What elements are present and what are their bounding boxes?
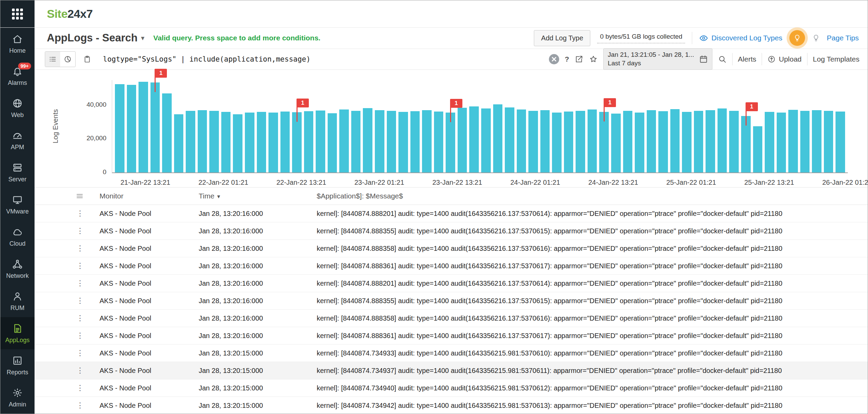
chart-bar[interactable] [162,93,172,172]
chart-bar[interactable] [588,109,597,172]
sidebar-item-home[interactable]: Home [0,28,35,60]
table-row[interactable]: AKS - Node PoolJan 28, 13:20:15:000kerne… [35,362,868,379]
log-templates-button[interactable]: Log Templates [813,55,859,63]
chart-bar[interactable] [611,114,621,172]
upload-button[interactable]: Upload [767,55,802,63]
kebab-menu-icon[interactable] [76,209,84,218]
chart-bar[interactable] [552,113,562,172]
chart-bar[interactable] [174,114,184,172]
chart-bar[interactable] [682,112,692,172]
discovered-log-types-link[interactable]: Discovered Log Types [699,34,782,43]
chart-bar[interactable] [564,112,574,172]
sidebar-item-cloud[interactable]: Cloud [0,221,35,253]
chart-bar[interactable] [410,111,420,172]
star-icon[interactable] [589,55,598,64]
chart-bar[interactable] [328,113,337,172]
chart-bar[interactable] [458,108,467,172]
chart-bar[interactable] [115,84,124,172]
chart-bar[interactable] [351,111,361,172]
chart-bar[interactable] [540,110,550,172]
chart-bar[interactable] [233,114,242,172]
table-row[interactable]: AKS - Node PoolJan 28, 13:20:16:000kerne… [35,222,868,240]
chart-bar[interactable] [777,113,786,172]
chart-bar[interactable] [150,82,160,172]
chart-bar[interactable] [198,110,207,172]
chart-bar[interactable] [670,109,680,172]
chart-bar[interactable] [304,111,314,172]
chart-bar[interactable] [493,104,503,172]
kebab-menu-icon[interactable] [76,296,84,305]
sidebar-item-alarms[interactable]: 99+Alarms [0,60,35,92]
list-view-button[interactable] [45,52,60,67]
sidebar-item-admin[interactable]: Admin [0,381,35,414]
kebab-menu-icon[interactable] [76,401,84,410]
table-row[interactable]: AKS - Node PoolJan 28, 13:20:16:000kerne… [35,292,868,310]
chart-bar[interactable] [280,112,290,172]
page-tips-link[interactable]: Page Tips [827,34,859,42]
column-message[interactable]: $Application$]: $Message$ [317,192,868,200]
chart-bar[interactable] [517,109,526,172]
chart-bar[interactable] [268,113,278,172]
kebab-menu-icon[interactable] [76,349,84,357]
chart-bar[interactable] [812,110,821,172]
chart-bar[interactable] [434,112,444,172]
table-row[interactable]: AKS - Node PoolJan 28, 13:20:16:000kerne… [35,240,868,257]
chart-bar[interactable] [718,108,727,172]
chart-bar[interactable] [765,112,774,172]
chart-bar[interactable] [753,126,763,172]
chart-bar[interactable] [800,111,810,172]
chart-bar[interactable] [221,112,231,172]
chart-bar[interactable] [339,109,349,172]
sidebar-item-reports[interactable]: Reports [0,349,35,381]
table-row[interactable]: AKS - Node PoolJan 28, 13:20:16:000kerne… [35,275,868,292]
kebab-menu-icon[interactable] [76,261,84,270]
chart-bar[interactable] [647,110,656,172]
table-row[interactable]: AKS - Node PoolJan 28, 13:20:15:000kerne… [35,397,868,414]
kebab-menu-icon[interactable] [76,366,84,375]
chart-bar[interactable] [836,112,845,172]
chart-bar[interactable] [505,107,514,172]
chart-bar[interactable] [528,111,538,172]
sidebar-item-applogs[interactable]: AppLogs [0,317,35,349]
chart-bar[interactable] [576,111,585,172]
chart-bar[interactable] [706,110,715,172]
chevron-down-icon[interactable] [141,34,144,42]
chart-bar[interactable] [788,110,798,172]
kebab-menu-icon[interactable] [76,227,84,235]
sidebar-item-rum[interactable]: RUM [0,285,35,317]
table-row[interactable]: AKS - Node PoolJan 28, 13:20:15:000kerne… [35,345,868,362]
column-monitor[interactable]: Monitor [100,192,199,200]
clear-query-icon[interactable] [549,54,559,64]
kebab-menu-icon[interactable] [76,279,84,287]
chart-bar[interactable] [316,111,325,172]
table-row[interactable]: AKS - Node PoolJan 28, 13:20:16:000kerne… [35,205,868,222]
chart-bar[interactable] [127,85,136,172]
query-input[interactable]: logtype="SysLogs" | include(application,… [103,55,544,63]
sidebar-item-apm[interactable]: APM [0,124,35,156]
chart-bar[interactable] [824,111,833,172]
share-query-icon[interactable] [575,55,583,64]
chart-bar[interactable] [139,82,148,172]
page-tips-coachmark[interactable] [789,30,805,46]
chart-bar[interactable] [209,111,219,172]
sidebar-item-vmware[interactable]: VMware [0,189,35,221]
add-log-type-button[interactable]: Add Log Type [534,30,590,46]
chart-bar[interactable] [387,111,396,172]
kebab-menu-icon[interactable] [76,331,84,340]
chart-bar[interactable] [375,110,384,172]
date-range-picker[interactable]: Jan 21, 13:21:05 - Jan 28, 1... Last 7 d… [603,48,712,70]
chart-bar[interactable] [469,106,479,172]
chart-bar[interactable] [729,111,739,172]
sidebar-item-network[interactable]: Network [0,253,35,285]
alert-flag-marker[interactable]: 1 [155,69,167,78]
help-icon[interactable]: ? [565,55,569,63]
chart-bar[interactable] [422,110,432,172]
sidebar-item-server[interactable]: Server [0,156,35,189]
table-row[interactable]: AKS - Node PoolJan 28, 13:20:16:000kerne… [35,310,868,327]
table-row[interactable]: AKS - Node PoolJan 28, 13:20:15:000kerne… [35,379,868,397]
copy-query-button[interactable] [80,52,94,67]
chart-view-button[interactable] [60,52,75,67]
usage-meter[interactable]: 0 bytes/51 GB logs collected [597,33,685,43]
table-menu-icon[interactable] [76,192,84,200]
app-grid-button[interactable] [0,0,35,27]
